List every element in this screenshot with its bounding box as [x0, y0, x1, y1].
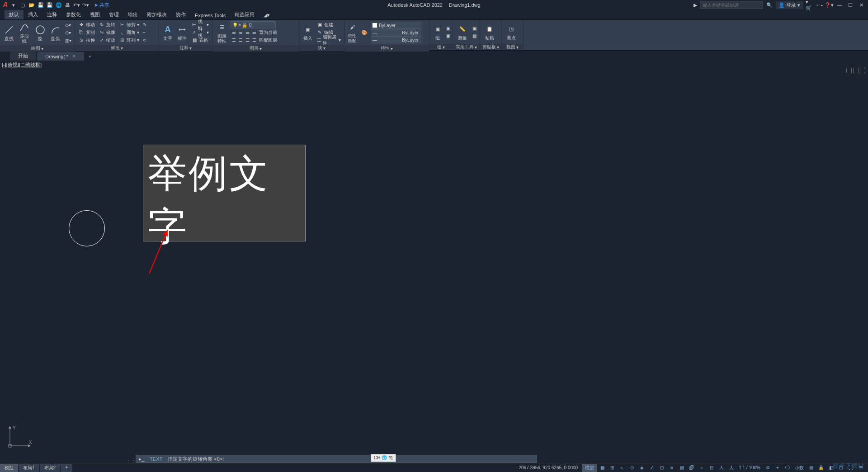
draw-misc1[interactable]: ◇▾	[64, 21, 73, 29]
redo-icon[interactable]: ↷▾	[82, 1, 90, 9]
layer-tool8[interactable]: ☰	[252, 38, 256, 42]
match-layer-button[interactable]: 匹配图层	[259, 37, 277, 43]
tab-layout2[interactable]: 布局2	[40, 464, 61, 472]
drawing-canvas[interactable]	[0, 61, 868, 455]
iso-icon[interactable]: ◈	[637, 464, 646, 472]
search-input[interactable]	[700, 1, 763, 9]
tab-default[interactable]: 默认	[5, 10, 24, 19]
text-button[interactable]: A 文字	[161, 23, 175, 42]
dim-button[interactable]: ⟷ 标注	[175, 23, 189, 42]
tab-manage[interactable]: 管理	[104, 10, 123, 19]
line-button[interactable]: 直线	[2, 24, 16, 42]
undo-icon[interactable]: ↶▾	[73, 1, 80, 9]
tab-output[interactable]: 输出	[123, 10, 142, 19]
match-props-button[interactable]: 🖌 特性匹配	[346, 21, 358, 44]
layer-tool2[interactable]: ☰	[239, 30, 243, 35]
trim-button[interactable]: ✂修剪▾	[118, 21, 141, 28]
dyninput-icon[interactable]: ⊡	[707, 464, 716, 472]
tab-collab[interactable]: 协作	[171, 10, 190, 19]
insert-button[interactable]: ▣ 插入	[301, 23, 314, 42]
measure-button[interactable]: 📏 测量	[455, 23, 470, 41]
scale-button[interactable]: ⤢缩放	[97, 36, 117, 44]
tab-view[interactable]: 视图	[85, 10, 104, 19]
ribbon-collapse-icon[interactable]: ◢▾	[259, 11, 274, 19]
tab-close-icon[interactable]: ✕	[72, 53, 76, 59]
setcurrent-button[interactable]: 置为当前	[259, 29, 277, 36]
grid-icon[interactable]: ▦	[598, 464, 607, 472]
autodesk-icon[interactable]: ᠁▾	[816, 1, 823, 9]
login-button[interactable]: 👤 登录 ▾	[776, 1, 803, 9]
saveas-icon[interactable]: 💾	[46, 1, 53, 9]
workspace-icon[interactable]: +	[773, 464, 782, 472]
vp-close-icon[interactable]	[860, 68, 865, 73]
tab-start[interactable]: 开始	[10, 51, 36, 61]
cycling-icon[interactable]: 🗐	[687, 464, 696, 472]
leader-button[interactable]: ↗引线▾	[190, 28, 210, 36]
drawing-circle[interactable]	[69, 210, 105, 246]
tab-insert[interactable]: 插入	[24, 10, 42, 19]
tab-parametric[interactable]: 参数化	[61, 10, 85, 19]
modify-misc3[interactable]: ⊂	[142, 36, 148, 44]
base-button[interactable]: ◳ 基点	[504, 23, 519, 41]
search-icon[interactable]: 🔍	[766, 1, 773, 9]
group-misc1[interactable]: ▣	[445, 24, 452, 32]
draw-misc2[interactable]: ⊙▾	[64, 29, 73, 37]
modify-misc1[interactable]: ✎	[142, 21, 148, 28]
lineweight-dropdown[interactable]: — ByLayer	[371, 29, 420, 36]
create-button[interactable]: ▣创建	[315, 21, 342, 28]
layer-tool1[interactable]: ☰	[232, 30, 236, 35]
linetype-dropdown[interactable]: — ByLayer	[371, 36, 420, 43]
close-button[interactable]: ✕	[857, 2, 865, 8]
tab-drawing1[interactable]: Drawing1* ✕	[37, 52, 84, 61]
layer-tool3[interactable]: ☰	[245, 30, 250, 35]
ortho-icon[interactable]: ⊾	[618, 464, 627, 472]
tab-new-button[interactable]: +	[85, 52, 95, 61]
maximize-button[interactable]: ☐	[846, 2, 854, 8]
tab-layout1[interactable]: 布局1	[19, 464, 39, 472]
menu-dropdown-icon[interactable]: ▾	[10, 1, 17, 9]
quickprops-icon[interactable]: ▤	[807, 464, 816, 472]
util-misc1[interactable]: ▣	[471, 24, 478, 32]
tab-annotate[interactable]: 注释	[42, 10, 61, 19]
fillet-button[interactable]: ◟圆角▾	[118, 28, 141, 36]
text-edit-box[interactable]: 举例文字	[143, 145, 306, 241]
help-icon[interactable]: ❓▾	[826, 1, 833, 9]
tab-model[interactable]: 模型	[0, 464, 18, 472]
gear-icon[interactable]: ⚙	[763, 464, 772, 472]
anno2-icon[interactable]: 人	[727, 464, 736, 472]
util-misc2[interactable]: ▦	[471, 32, 478, 40]
layer-tool7[interactable]: ☰	[245, 38, 250, 42]
web-icon[interactable]: 🌐	[55, 1, 62, 9]
draw-misc3[interactable]: ▥▾	[64, 37, 73, 44]
group-button[interactable]: ▣ 组	[431, 23, 444, 41]
array-button[interactable]: ⊞阵列▾	[118, 36, 141, 44]
vp-minimize-icon[interactable]	[846, 68, 852, 73]
command-line[interactable]: ▸_ TEXT 指定文字的旋转角度 <0>:	[136, 455, 537, 463]
layer-dropdown[interactable]: 💡 ☀ 🔓 0	[231, 21, 276, 28]
text-edit-content[interactable]: 举例文字	[143, 145, 305, 255]
copy-button[interactable]: ⿻复制	[77, 28, 96, 36]
lock-icon[interactable]: 🔒	[816, 464, 826, 472]
share-button[interactable]: ➤ 共享	[91, 2, 112, 9]
circle-button[interactable]: 圆	[33, 24, 47, 42]
snap-icon[interactable]: ⊞	[608, 464, 617, 472]
table-button[interactable]: ▦表格	[190, 36, 210, 44]
paste-button[interactable]: 📋 粘贴	[482, 23, 497, 41]
tab-addins[interactable]: 附加模块	[142, 10, 171, 19]
monitor-icon[interactable]: 🖵	[783, 464, 792, 472]
units-label[interactable]: 小数	[793, 464, 806, 472]
group-misc2[interactable]: ▣	[445, 32, 452, 40]
polyline-button[interactable]: 多段线	[17, 21, 32, 44]
transparency-icon[interactable]: ▤	[677, 464, 686, 472]
layer-tool6[interactable]: ☰	[239, 38, 243, 42]
info-icon[interactable]: ▶	[693, 2, 697, 8]
layer-tool5[interactable]: ☰	[232, 38, 236, 42]
save-icon[interactable]: 💾	[37, 1, 44, 9]
modify-misc2[interactable]: ⌐	[142, 28, 148, 36]
minimize-button[interactable]: —	[835, 2, 844, 8]
layer-props-button[interactable]: ☰ 图层特性	[214, 21, 230, 44]
arc-button[interactable]: 圆弧	[48, 24, 63, 42]
tab-layout-add[interactable]: +	[61, 464, 72, 472]
color-wheel-icon[interactable]: 🎨	[359, 27, 370, 38]
otrack-icon[interactable]: ⊡	[657, 464, 666, 472]
